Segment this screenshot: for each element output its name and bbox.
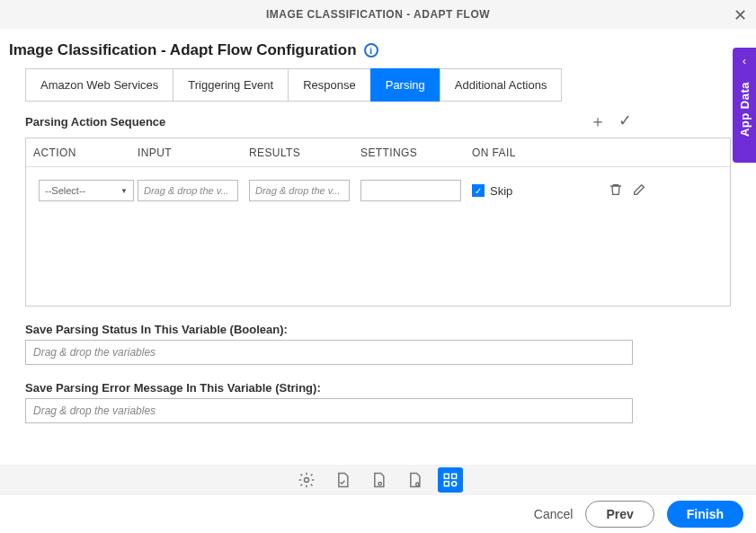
section-label: Parsing Action Sequence bbox=[25, 115, 165, 129]
section-header: Parsing Action Sequence ＋ ✓ bbox=[0, 111, 756, 132]
settings-cell[interactable] bbox=[360, 180, 461, 201]
step-document-check-icon[interactable] bbox=[330, 467, 355, 493]
svg-rect-4 bbox=[451, 474, 456, 478]
tab-triggering-event[interactable]: Triggering Event bbox=[173, 68, 289, 102]
action-select-placeholder: --Select-- bbox=[45, 185, 85, 196]
row-operations bbox=[583, 182, 646, 200]
chevron-left-icon: ‹ bbox=[743, 55, 746, 67]
status-label: Save Parsing Status In This Variable (Bo… bbox=[25, 323, 731, 336]
onfail-cell: ✓ Skip bbox=[472, 184, 583, 198]
tab-parsing[interactable]: Parsing bbox=[370, 68, 440, 102]
chevron-down-icon: ▼ bbox=[120, 187, 128, 195]
status-variable-field: Save Parsing Status In This Variable (Bo… bbox=[25, 323, 731, 365]
close-icon[interactable]: ✕ bbox=[734, 5, 747, 25]
prev-button[interactable]: Prev bbox=[585, 501, 654, 528]
confirm-icon[interactable]: ✓ bbox=[618, 111, 632, 132]
footer: Cancel Prev Finish bbox=[0, 495, 756, 533]
status-input[interactable]: Drag & drop the variables bbox=[25, 340, 633, 365]
table-header: ACTION INPUT RESULTS SETTINGS ON FAIL bbox=[26, 138, 730, 167]
col-results: RESULTS bbox=[249, 147, 360, 159]
svg-point-6 bbox=[451, 482, 456, 486]
step-parsing-icon[interactable] bbox=[438, 467, 463, 493]
step-document-cog-icon[interactable] bbox=[402, 467, 427, 493]
config-tabs: Amazon Web Services Triggering Event Res… bbox=[25, 68, 756, 102]
input-dropzone[interactable]: Drag & drop the v... bbox=[138, 180, 238, 201]
svg-point-0 bbox=[304, 478, 308, 483]
page-title: Image Classification - Adapt Flow Config… bbox=[9, 41, 357, 59]
titlebar-title: IMAGE CLASSIFICATION - ADAPT FLOW bbox=[266, 8, 490, 21]
skip-checkbox[interactable]: ✓ bbox=[472, 184, 485, 197]
add-row-icon[interactable]: ＋ bbox=[590, 111, 606, 132]
tab-aws[interactable]: Amazon Web Services bbox=[25, 68, 173, 102]
error-input[interactable]: Drag & drop the variables bbox=[25, 398, 633, 423]
side-tab-label: App Data bbox=[738, 82, 752, 137]
tab-response[interactable]: Response bbox=[288, 68, 371, 102]
svg-point-2 bbox=[415, 483, 418, 485]
tab-additional-actions[interactable]: Additional Actions bbox=[440, 68, 563, 102]
step-document-gear-icon[interactable] bbox=[366, 467, 391, 493]
page-header: Image Classification - Adapt Flow Config… bbox=[0, 29, 756, 68]
svg-rect-5 bbox=[444, 482, 449, 486]
col-settings: SETTINGS bbox=[360, 147, 472, 159]
action-select[interactable]: --Select-- ▼ bbox=[39, 180, 134, 201]
info-icon[interactable]: i bbox=[364, 43, 378, 58]
delete-icon[interactable] bbox=[609, 182, 623, 200]
results-dropzone[interactable]: Drag & drop the v... bbox=[249, 180, 350, 201]
section-actions: ＋ ✓ bbox=[590, 111, 731, 132]
svg-point-1 bbox=[378, 483, 381, 485]
error-variable-field: Save Parsing Error Message In This Varia… bbox=[25, 381, 731, 423]
parsing-table: ACTION INPUT RESULTS SETTINGS ON FAIL --… bbox=[25, 138, 731, 306]
app-data-side-tab[interactable]: ‹ App Data bbox=[733, 48, 756, 163]
table-row: --Select-- ▼ Drag & drop the v... Drag &… bbox=[26, 167, 730, 207]
col-input: INPUT bbox=[138, 147, 249, 159]
titlebar: IMAGE CLASSIFICATION - ADAPT FLOW ✕ bbox=[0, 0, 756, 29]
col-onfail: ON FAIL bbox=[472, 147, 583, 159]
skip-label: Skip bbox=[490, 184, 512, 198]
col-action: ACTION bbox=[26, 147, 138, 159]
error-label: Save Parsing Error Message In This Varia… bbox=[25, 381, 731, 395]
finish-button[interactable]: Finish bbox=[667, 501, 743, 528]
svg-rect-3 bbox=[444, 474, 449, 478]
step-indicator-bar bbox=[0, 465, 756, 495]
step-settings-icon[interactable] bbox=[294, 467, 319, 493]
edit-icon[interactable] bbox=[632, 182, 646, 200]
cancel-button[interactable]: Cancel bbox=[534, 507, 574, 521]
